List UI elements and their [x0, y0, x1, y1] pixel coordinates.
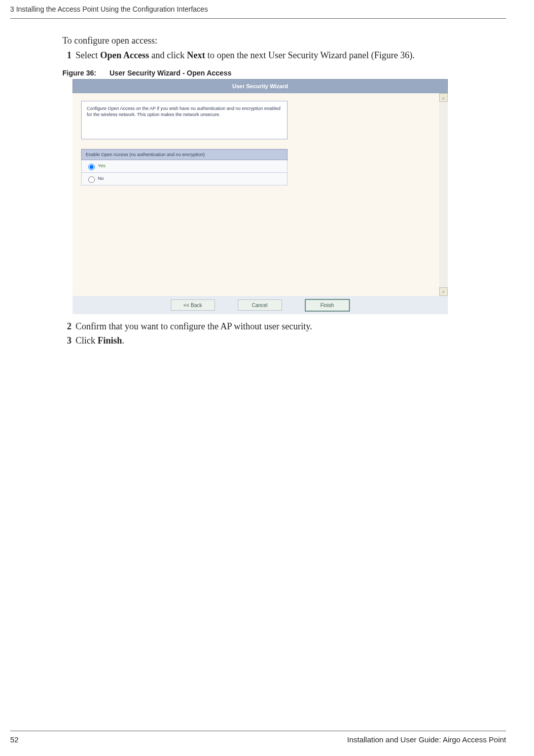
- option-no-radio[interactable]: [88, 176, 95, 183]
- scroll-down-icon[interactable]: ▾: [439, 287, 448, 296]
- step-1: 1Select Open Access and click Next to op…: [67, 50, 506, 61]
- option-yes-label: Yes: [98, 163, 105, 168]
- step-3-num: 3: [67, 335, 72, 346]
- option-no-label: No: [98, 176, 104, 181]
- scrollbar[interactable]: ▴ ▾: [439, 93, 448, 296]
- step-1-mid: and click: [149, 50, 187, 60]
- wizard-screenshot: User Security Wizard Configure Open Acce…: [73, 79, 448, 314]
- option-no-row[interactable]: No: [82, 173, 288, 185]
- back-button[interactable]: << Back: [171, 299, 215, 311]
- chapter-header: 3 Installing the Access Point Using the …: [10, 5, 506, 19]
- step-3-prefix: Click: [76, 335, 98, 346]
- step-1-suffix: to open the next User Security Wizard pa…: [205, 50, 414, 60]
- figure-caption: Figure 36:User Security Wizard - Open Ac…: [62, 69, 506, 77]
- scroll-up-icon[interactable]: ▴: [439, 93, 448, 102]
- doc-title: Installation and User Guide: Airgo Acces…: [347, 735, 506, 744]
- wizard-info: Configure Open Access on the AP if you w…: [81, 101, 288, 139]
- figure-label: Figure 36:: [62, 69, 96, 77]
- step-3-suffix: .: [122, 335, 125, 346]
- finish-button[interactable]: Finish: [305, 299, 350, 312]
- step-1-bold1: Open Access: [100, 50, 149, 60]
- step-2: 2Confirm that you want to configure the …: [67, 321, 506, 332]
- step-1-bold2: Next: [187, 50, 205, 60]
- step-3: 3Click Finish.: [67, 335, 506, 346]
- wizard-body: Configure Open Access on the AP if you w…: [73, 93, 448, 296]
- intro-text: To configure open access:: [62, 35, 506, 46]
- cancel-button[interactable]: Cancel: [238, 299, 282, 311]
- figure-title: User Security Wizard - Open Access: [110, 69, 232, 77]
- wizard-button-bar: << Back Cancel Finish: [73, 296, 448, 314]
- page-number: 52: [10, 735, 19, 744]
- wizard-title: User Security Wizard: [73, 79, 448, 93]
- step-1-prefix: Select: [76, 50, 100, 60]
- step-1-num: 1: [67, 50, 72, 60]
- option-yes-row[interactable]: Yes: [82, 160, 288, 173]
- step-2-text: Confirm that you want to configure the A…: [76, 321, 312, 331]
- open-access-options: Enable Open Access (no authentication an…: [81, 149, 288, 185]
- step-2-num: 2: [67, 321, 72, 331]
- option-yes-radio[interactable]: [88, 164, 95, 170]
- options-header: Enable Open Access (no authentication an…: [82, 149, 288, 160]
- step-3-bold: Finish: [98, 335, 122, 346]
- page-footer: 52 Installation and User Guide: Airgo Ac…: [10, 731, 506, 744]
